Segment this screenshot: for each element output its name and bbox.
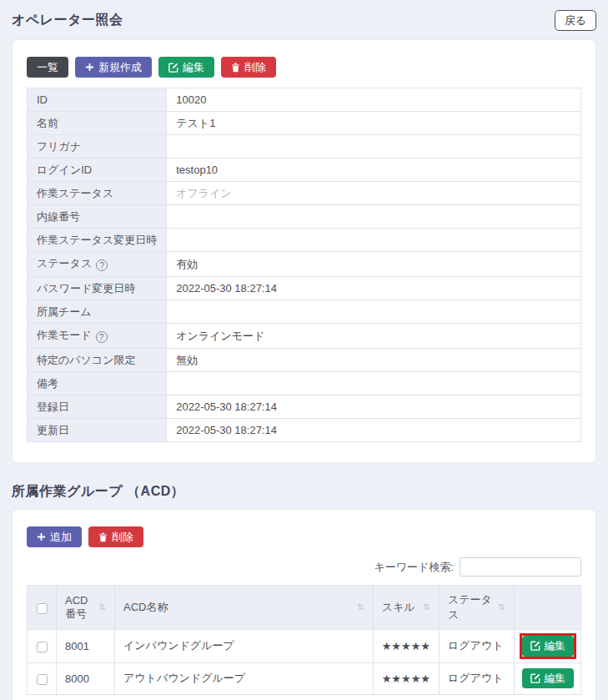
detail-label-cell: パスワード変更日時 <box>28 277 167 300</box>
add-button-label: 追加 <box>50 531 72 542</box>
acd-section-title: 所属作業グループ （ACD） <box>12 483 596 501</box>
create-button-label: 新規作成 <box>98 62 142 73</box>
detail-value <box>167 205 581 229</box>
detail-row: 特定のパソコン限定 無効 <box>28 349 581 372</box>
detail-value: オンラインモード <box>167 324 581 349</box>
help-icon[interactable]: ? <box>96 331 108 343</box>
detail-label-cell: 内線番号 <box>28 205 167 229</box>
detail-toolbar: 一覧 新規作成 編集 削除 <box>27 57 581 78</box>
detail-label-cell: 登録日 <box>28 395 167 419</box>
detail-value: 10020 <box>167 88 581 112</box>
detail-row: ログインID testop10 <box>28 159 581 182</box>
detail-label-cell: ID <box>28 88 167 112</box>
row-checkbox[interactable] <box>37 642 48 652</box>
detail-value <box>167 372 581 395</box>
create-button[interactable]: 新規作成 <box>75 57 152 78</box>
sort-icon[interactable]: ⇅ <box>424 603 430 612</box>
edit-pencil-icon <box>530 641 540 651</box>
detail-label-cell: 作業ステータス変更日時 <box>28 229 167 252</box>
keyword-search-input[interactable] <box>460 557 581 577</box>
operator-detail-table: ID 10020 名前 テスト1 フリガナ <box>27 88 581 442</box>
status-cell: ログアウト <box>440 662 515 694</box>
sort-icon[interactable]: ⇅ <box>99 603 106 612</box>
detail-row: 所属チーム <box>28 300 581 324</box>
detail-label: 作業モード <box>37 329 92 341</box>
detail-label-cell: 更新日 <box>28 419 167 442</box>
detail-label-cell: ログインID <box>28 159 167 182</box>
detail-label: ログインID <box>37 164 92 176</box>
help-icon[interactable]: ? <box>96 259 108 271</box>
detail-value: テスト1 <box>167 112 581 135</box>
detail-label: ID <box>37 93 48 106</box>
column-header-status[interactable]: ステータス⇅ <box>440 586 515 630</box>
detail-label-cell: 特定のパソコン限定 <box>28 349 167 372</box>
row-checkbox-cell <box>28 662 57 694</box>
detail-label: 更新日 <box>37 424 69 436</box>
acd-row: 8001 インバウンドグループ ★★★★★ ログアウト 編集 <box>28 630 581 663</box>
acd-name-cell: インバウンドグループ <box>115 630 374 663</box>
sort-icon[interactable]: ⇅ <box>499 603 505 612</box>
detail-label: 作業ステータス <box>37 187 113 199</box>
row-edit-button-label: 編集 <box>545 641 565 652</box>
select-all-checkbox[interactable] <box>37 603 48 614</box>
row-edit-button-label: 編集 <box>545 673 565 684</box>
list-button[interactable]: 一覧 <box>27 57 68 78</box>
acd-number-cell: 8001 <box>57 630 115 663</box>
detail-label: 特定のパソコン限定 <box>37 354 136 366</box>
keyword-search-row: キーワード検索: <box>27 557 581 577</box>
skill-stars-cell: ★★★★★ <box>373 630 439 663</box>
detail-row: ステータス? 有効 <box>28 252 581 277</box>
detail-row: 作業ステータス変更日時 <box>28 229 581 252</box>
trash-icon <box>98 532 108 542</box>
page-header: オペレーター照会 戻る <box>12 10 596 31</box>
detail-label: 登録日 <box>37 400 69 413</box>
skill-stars-cell: ★★★★★ <box>373 662 439 694</box>
back-button[interactable]: 戻る <box>555 10 596 31</box>
acd-table: ACD番号⇅ ACD名称⇅ スキル⇅ ステータス⇅ 8001 インバウンドグルー… <box>27 585 581 695</box>
detail-row: 内線番号 <box>28 205 581 229</box>
sort-icon[interactable]: ⇅ <box>357 603 364 612</box>
keyword-search-label: キーワード検索: <box>374 560 454 575</box>
acd-delete-button[interactable]: 削除 <box>88 526 143 547</box>
detail-row: 備考 <box>28 372 581 395</box>
detail-value <box>167 135 581 159</box>
detail-value <box>167 300 581 324</box>
detail-row: 登録日 2022-05-30 18:27:14 <box>28 395 581 419</box>
select-all-checkbox-cell <box>28 586 57 630</box>
detail-row: 更新日 2022-05-30 18:27:14 <box>28 419 581 442</box>
acd-row: 8000 アウトバウンドグループ ★★★★★ ログアウト 編集 <box>28 662 581 694</box>
acd-header-row: ACD番号⇅ ACD名称⇅ スキル⇅ ステータス⇅ <box>28 586 581 630</box>
edit-button-highlight-box: 編集 <box>520 633 576 659</box>
detail-value <box>167 229 581 252</box>
detail-label: フリガナ <box>37 140 81 153</box>
row-edit-button[interactable]: 編集 <box>522 668 574 689</box>
trash-icon <box>231 63 240 73</box>
row-edit-button[interactable]: 編集 <box>522 636 574 657</box>
edit-button[interactable]: 編集 <box>158 57 214 78</box>
detail-label-cell: フリガナ <box>28 135 167 159</box>
column-header-actions <box>515 586 581 630</box>
detail-row: パスワード変更日時 2022-05-30 18:27:14 <box>28 277 581 300</box>
detail-value: オフライン <box>167 182 581 205</box>
column-header-acd-no[interactable]: ACD番号⇅ <box>57 586 115 630</box>
status-cell: ログアウト <box>440 630 515 663</box>
detail-label: ステータス <box>37 257 92 269</box>
delete-button[interactable]: 削除 <box>221 57 276 78</box>
row-checkbox[interactable] <box>37 674 48 685</box>
detail-value: 2022-05-30 18:27:14 <box>167 419 581 442</box>
row-actions-cell: 編集 <box>515 630 581 663</box>
add-button[interactable]: 追加 <box>27 526 82 547</box>
column-header-acd-name[interactable]: ACD名称⇅ <box>115 586 374 630</box>
column-header-skill[interactable]: スキル⇅ <box>373 586 439 630</box>
detail-row: ID 10020 <box>28 88 581 112</box>
edit-button-label: 編集 <box>183 62 204 73</box>
detail-label-cell: 作業ステータス <box>28 182 167 205</box>
detail-value: 有効 <box>167 252 581 277</box>
detail-row: 作業モード? オンラインモード <box>28 324 581 349</box>
detail-label: 所属チーム <box>37 305 92 318</box>
page-title: オペレーター照会 <box>12 10 123 29</box>
detail-label-cell: 所属チーム <box>28 300 167 324</box>
detail-value: 2022-05-30 18:27:14 <box>167 395 581 419</box>
detail-label-cell: 備考 <box>28 372 167 395</box>
detail-value: testop10 <box>167 159 581 182</box>
